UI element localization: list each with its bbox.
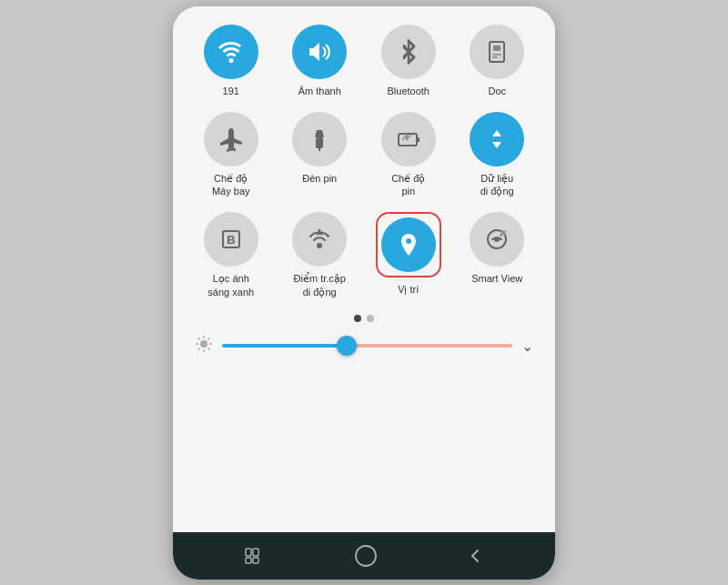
- dot-1: [354, 315, 361, 322]
- chevron-down-icon[interactable]: ⌄: [521, 338, 533, 355]
- tile-data[interactable]: Dữ liệudi động: [458, 112, 538, 198]
- brightness-icon: [195, 335, 213, 358]
- smartview-icon: [470, 212, 524, 267]
- back-button[interactable]: [466, 547, 484, 565]
- location-icon: [381, 217, 436, 272]
- wifi-label: 191: [223, 85, 239, 97]
- svg-rect-6: [316, 137, 323, 148]
- svg-point-19: [494, 237, 500, 242]
- svg-text:B: B: [227, 233, 235, 247]
- data-icon: [470, 112, 524, 166]
- airplane-icon: [204, 112, 258, 166]
- recent-apps-button[interactable]: [244, 547, 266, 565]
- flashlight-icon: [292, 112, 347, 166]
- home-button[interactable]: [354, 544, 378, 568]
- doc-label: Doc: [488, 85, 506, 97]
- svg-line-26: [198, 338, 200, 339]
- tile-smartview[interactable]: Smart View: [458, 212, 538, 298]
- svg-point-20: [501, 230, 506, 235]
- location-highlight-border: [376, 212, 441, 277]
- brightness-thumb[interactable]: [337, 336, 357, 356]
- notification-panel: 191 Âm thanh: [173, 6, 555, 532]
- svg-rect-30: [246, 549, 251, 556]
- svg-line-27: [208, 348, 210, 349]
- flashlight-label: Đèn pin: [302, 172, 337, 185]
- svg-point-21: [200, 340, 207, 348]
- brightness-row: ⌄: [191, 329, 537, 363]
- doc-icon: [470, 25, 524, 79]
- tile-flashlight[interactable]: Đèn pin: [280, 112, 360, 198]
- data-label: Dữ liệudi động: [480, 172, 514, 198]
- smartview-label: Smart View: [471, 272, 522, 285]
- battery-icon: [381, 112, 436, 166]
- quick-tiles-row3: B Lọc ánhsáng xanh Điểm: [191, 212, 537, 298]
- sound-label: Âm thanh: [298, 85, 341, 97]
- tile-battery[interactable]: Chế độpin: [369, 112, 449, 198]
- brightness-track[interactable]: [222, 344, 512, 348]
- svg-line-29: [198, 348, 200, 349]
- svg-rect-2: [490, 42, 504, 62]
- bluetooth-icon: [381, 25, 436, 79]
- sound-icon: [292, 25, 347, 79]
- tile-airplane[interactable]: Chế độMáy bay: [191, 112, 271, 198]
- hotspot-label: Điểm tr.cậpdi động: [294, 272, 346, 298]
- svg-rect-32: [246, 558, 251, 563]
- quick-tiles-row1: 191 Âm thanh: [191, 25, 537, 97]
- tile-doc[interactable]: Doc: [458, 25, 538, 97]
- battery-label: Chế độpin: [391, 172, 425, 198]
- svg-rect-8: [399, 134, 417, 146]
- svg-point-34: [356, 546, 376, 566]
- svg-rect-9: [417, 137, 420, 142]
- hotspot-icon: [292, 212, 347, 267]
- tile-bluetooth[interactable]: Bluetooth: [369, 25, 449, 97]
- tile-hotspot[interactable]: Điểm tr.cậpdi động: [280, 212, 360, 298]
- svg-rect-3: [493, 45, 500, 51]
- page-indicators: [191, 315, 537, 322]
- svg-rect-33: [253, 558, 258, 563]
- bluelight-label: Lọc ánhsáng xanh: [207, 272, 254, 298]
- bluelight-icon: B: [204, 212, 258, 267]
- svg-line-28: [208, 338, 210, 339]
- tile-bluelight[interactable]: B Lọc ánhsáng xanh: [191, 212, 271, 298]
- quick-tiles-row2: Chế độMáy bay Đèn pin: [191, 112, 537, 198]
- location-label: Vị trí: [398, 283, 419, 296]
- tile-location[interactable]: Vị trí: [369, 212, 449, 298]
- tile-wifi[interactable]: 191: [191, 25, 271, 97]
- nav-bar: [173, 532, 555, 580]
- bluetooth-label: Bluetooth: [388, 85, 430, 97]
- svg-rect-31: [253, 549, 258, 556]
- phone-frame: 191 Âm thanh: [173, 6, 555, 580]
- wifi-icon: [204, 25, 258, 79]
- tile-sound[interactable]: Âm thanh: [280, 25, 360, 97]
- dot-2: [367, 315, 374, 322]
- airplane-label: Chế độMáy bay: [212, 172, 250, 198]
